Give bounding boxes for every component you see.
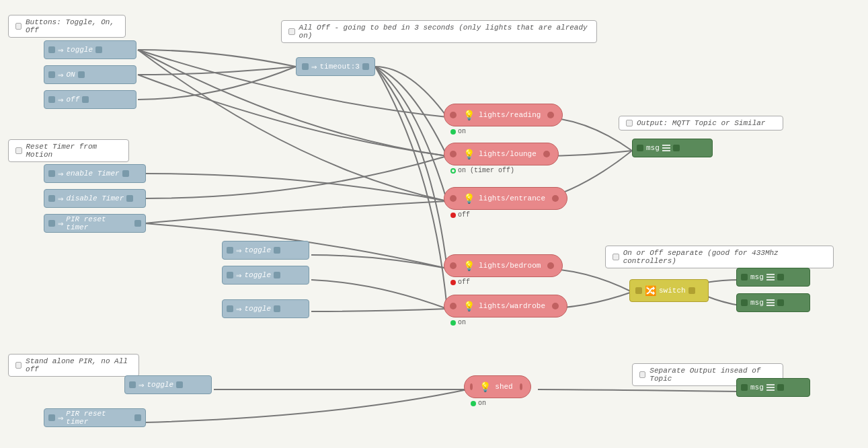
inject-toggle2-port-right	[274, 247, 280, 254]
light-bedroom-label: lights/bedroom	[479, 262, 541, 270]
light-entrance-status-dot	[450, 213, 456, 218]
light-lounge-status-text: on (timer off)	[458, 167, 514, 174]
light-wardrobe-status-text: on	[458, 319, 466, 326]
comment-reset-timer: Reset Timer from Motion	[8, 139, 129, 162]
light-bedroom[interactable]: 💡 lights/bedroom	[444, 254, 563, 277]
inject-toggle5-port-left	[129, 381, 136, 388]
light-reading[interactable]: 💡 lights/reading	[444, 104, 563, 126]
light-bedroom-port-left	[450, 262, 457, 269]
msg-node-top[interactable]: msg	[632, 139, 713, 157]
timeout-port-left	[302, 63, 309, 70]
inject-pir-reset-port-right	[134, 220, 141, 227]
inject-disable-timer-port-right	[126, 195, 133, 202]
inject-pir-bottom-port-left	[48, 414, 55, 421]
inject-toggle5-port-right	[176, 381, 183, 388]
inject-toggle3-arrow: ⇒	[236, 270, 241, 281]
msg-node-switch1[interactable]: msg	[736, 268, 810, 287]
light-reading-label: lights/reading	[479, 111, 541, 119]
light-shed-port-left	[470, 383, 473, 390]
inject-pir-reset-port-left	[48, 220, 55, 227]
msg-top-label: msg	[646, 144, 660, 152]
switch-label: switch	[659, 287, 686, 295]
inject-toggle5-arrow: ⇒	[139, 379, 144, 391]
msg-switch1-label: msg	[750, 273, 764, 281]
inject-on-port-left	[48, 71, 55, 78]
inject-toggle4-port-left	[227, 305, 233, 312]
inject-on-label: ON	[66, 71, 75, 79]
inject-on[interactable]: ⇒ ON	[44, 65, 136, 84]
light-lounge-status-dot	[450, 168, 456, 174]
light-entrance-port-right	[552, 195, 559, 202]
inject-off-arrow: ⇒	[58, 94, 63, 106]
inject-off-port-left	[48, 96, 55, 103]
comment-pir-label: Stand alone PIR, no All off	[26, 357, 132, 373]
inject-toggle5[interactable]: ⇒ toggle	[124, 375, 212, 394]
light-reading-status-dot	[450, 129, 456, 135]
inject-disable-timer-arrow: ⇒	[58, 193, 63, 204]
light-entrance-label: lights/entrance	[479, 194, 545, 202]
inject-toggle4-port-right	[274, 305, 280, 312]
light-wardrobe-icon: 💡	[463, 301, 475, 312]
comment-dot2	[288, 28, 295, 35]
light-reading-wrapper: 💡 lights/reading on	[444, 104, 563, 126]
msg-switch1-port-right	[777, 274, 784, 281]
timeout-port-right	[362, 63, 369, 70]
inject-toggle4[interactable]: ⇒ toggle	[222, 299, 309, 318]
msg-switch2-port-right	[777, 299, 784, 306]
inject-toggle2-label: toggle	[244, 246, 271, 254]
light-entrance-status: off	[450, 211, 470, 219]
timeout-label: timeout:3	[319, 63, 359, 71]
inject-disable-timer-label: disable Timer	[66, 194, 124, 202]
msg-shed-port-right	[777, 384, 784, 391]
inject-toggle1[interactable]: ⇒ toggle	[44, 40, 136, 59]
inject-toggle1-arrow: ⇒	[58, 44, 63, 56]
inject-enable-timer-label: enable Timer	[66, 170, 119, 178]
msg-node-shed[interactable]: msg	[736, 378, 810, 397]
msg-switch2-lines	[766, 299, 775, 306]
comment-dot4	[626, 120, 633, 126]
switch-node[interactable]: 🔀 switch	[629, 279, 709, 302]
light-lounge-label: lights/lounge	[479, 150, 537, 158]
light-wardrobe-status-dot	[450, 320, 456, 326]
light-reading-status-text: on	[458, 128, 466, 135]
light-reading-port-right	[547, 112, 554, 118]
inject-pir-reset[interactable]: ⇒ PIR reset timer	[44, 214, 146, 233]
light-shed-port-right	[520, 383, 522, 390]
light-shed-label: shed	[495, 383, 512, 391]
inject-disable-timer[interactable]: ⇒ disable Timer	[44, 189, 146, 208]
timeout-node[interactable]: ⇒ timeout:3	[296, 57, 375, 76]
inject-disable-timer-port-left	[48, 195, 55, 202]
light-shed-status-text: on	[478, 400, 486, 407]
comment-dot7	[639, 371, 645, 378]
comment-dot6	[15, 362, 22, 369]
msg-shed-label: msg	[750, 383, 764, 391]
msg-shed-port-left	[741, 384, 748, 391]
inject-toggle3[interactable]: ⇒ toggle	[222, 266, 309, 285]
light-lounge[interactable]: 💡 lights/lounge	[444, 143, 559, 165]
comment-dot3	[15, 147, 22, 154]
light-wardrobe-port-left	[450, 303, 457, 309]
light-entrance[interactable]: 💡 lights/entrance	[444, 187, 567, 210]
inject-pir-bottom-label: PIR reset timer	[66, 410, 132, 426]
light-shed[interactable]: 💡 shed	[464, 375, 531, 398]
inject-off-port-right	[82, 96, 89, 103]
inject-off-label: off	[66, 96, 79, 104]
inject-enable-timer-port-left	[48, 170, 55, 177]
inject-off[interactable]: ⇒ off	[44, 90, 136, 109]
switch-port-left	[635, 287, 642, 294]
inject-enable-timer[interactable]: ⇒ enable Timer	[44, 164, 146, 183]
msg-switch1-lines	[766, 274, 775, 281]
msg-shed-lines	[766, 384, 775, 391]
light-bedroom-status-dot	[450, 280, 456, 285]
inject-on-port-right	[78, 71, 85, 78]
msg-top-port-right	[673, 145, 680, 151]
inject-pir-bottom[interactable]: ⇒ PIR reset timer	[44, 408, 146, 427]
inject-enable-timer-arrow: ⇒	[58, 168, 63, 180]
inject-toggle2[interactable]: ⇒ toggle	[222, 241, 309, 260]
msg-node-switch2[interactable]: msg	[736, 293, 810, 312]
canvas: Buttons: Toggle, On, Off All Off - going…	[0, 0, 868, 448]
inject-toggle1-port-right	[95, 46, 102, 53]
inject-enable-timer-port-right	[122, 170, 129, 177]
light-bedroom-wrapper: 💡 lights/bedroom off	[444, 254, 563, 277]
light-wardrobe[interactable]: 💡 lights/wardrobe	[444, 295, 567, 318]
